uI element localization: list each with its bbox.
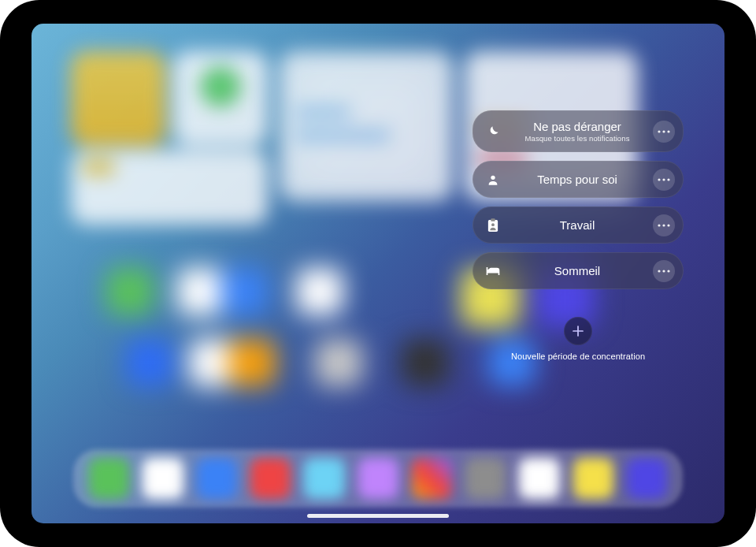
svg-point-9 [491, 223, 495, 226]
new-focus-group: Nouvelle période de concentration [511, 317, 645, 361]
dock [73, 449, 683, 508]
new-focus-button[interactable] [564, 317, 592, 345]
more-button[interactable] [653, 260, 675, 282]
more-button[interactable] [653, 169, 675, 191]
svg-rect-8 [491, 218, 495, 221]
svg-point-16 [667, 270, 669, 272]
svg-point-2 [667, 130, 669, 132]
focus-option-subtitle: Masque toutes les notifications [524, 134, 629, 143]
moon-icon [484, 123, 502, 140]
person-icon [484, 171, 502, 188]
focus-option-title: Sommeil [554, 264, 600, 277]
more-button[interactable] [653, 214, 675, 236]
focus-option-title: Temps pour soi [537, 173, 617, 186]
focus-option-sleep[interactable]: Sommeil [472, 252, 684, 289]
svg-point-13 [488, 269, 491, 271]
focus-option-work[interactable]: Travail [472, 207, 684, 244]
svg-point-10 [658, 224, 660, 226]
svg-point-15 [662, 270, 665, 272]
svg-point-4 [658, 178, 660, 180]
badge-icon [484, 217, 502, 234]
svg-point-6 [667, 178, 669, 180]
svg-point-5 [662, 178, 665, 180]
focus-option-title: Travail [560, 218, 595, 232]
svg-point-14 [658, 270, 660, 272]
bed-icon [484, 262, 502, 280]
svg-point-3 [491, 175, 495, 179]
ipad-screen: Ne pas déranger Masque toutes les notifi… [32, 24, 724, 523]
svg-point-1 [662, 130, 665, 132]
focus-menu: Ne pas déranger Masque toutes les notifi… [472, 110, 684, 361]
home-indicator[interactable] [307, 514, 449, 518]
more-button[interactable] [653, 121, 675, 143]
svg-point-11 [662, 224, 665, 226]
svg-point-12 [667, 224, 669, 226]
focus-option-do-not-disturb[interactable]: Ne pas déranger Masque toutes les notifi… [472, 110, 684, 152]
ipad-frame: Ne pas déranger Masque toutes les notifi… [0, 0, 756, 547]
focus-option-title: Ne pas déranger [533, 120, 621, 133]
focus-option-personal[interactable]: Temps pour soi [472, 161, 684, 198]
new-focus-label: Nouvelle période de concentration [511, 352, 645, 361]
svg-point-0 [658, 130, 660, 132]
